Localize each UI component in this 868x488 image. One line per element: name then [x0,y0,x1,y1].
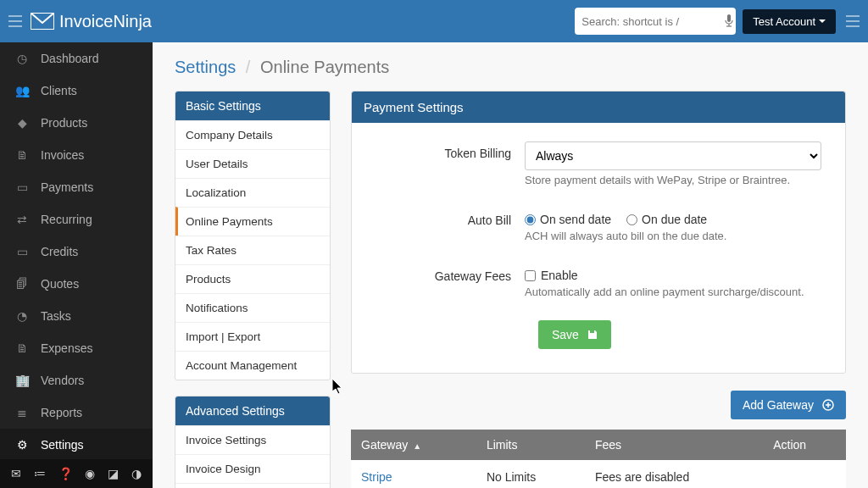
auto-bill-help: ACH will always auto bill on the due dat… [525,230,821,242]
save-button[interactable]: Save [538,320,611,349]
gateway-link[interactable]: Stripe [361,470,392,484]
breadcrumb-page: Online Payments [260,58,389,76]
gateway-fees-label: Gateway Fees [376,264,525,283]
github-icon[interactable]: ◑ [131,467,142,480]
setting-invoice-settings[interactable]: Invoice Settings [175,425,330,454]
add-gateway-button[interactable]: Add Gateway [731,391,846,419]
main-content: Settings / Online Payments Basic Setting… [153,42,868,488]
file-icon: 🗎 [15,148,29,162]
sidebar-item-tasks[interactable]: ◔Tasks [0,300,153,332]
gw-th-action[interactable]: Action [763,430,846,460]
payment-settings-header: Payment Settings [352,92,845,123]
add-gateway-label: Add Gateway [743,398,814,412]
tachometer-icon: ◷ [15,52,29,65]
brand-name-1: Invoice [59,12,113,31]
sidebar-item-quotes[interactable]: 🗐Quotes [0,268,153,300]
setting-client-portal[interactable]: Client Portal [175,483,330,488]
svg-rect-1 [727,14,731,22]
sidebar-footer: ✉ ≔ ❓ ◉ ◪ ◑ [0,459,153,488]
gateway-table: Gateway▲ Limits Fees Action Stripe No Li… [351,430,846,488]
sidebar-item-invoices[interactable]: 🗎Invoices [0,139,153,171]
caret-down-icon [819,19,826,23]
gateway-fees-help: Automatically add an online payment surc… [525,286,821,298]
question-icon[interactable]: ❓ [58,467,73,480]
setting-localization[interactable]: Localization [175,178,330,207]
sidebar-item-dashboard[interactable]: ◷Dashboard [0,42,153,75]
save-label: Save [552,328,579,341]
setting-tax-rates[interactable]: Tax Rates [175,236,330,264]
microphone-icon[interactable] [724,14,734,28]
setting-user-details[interactable]: User Details [175,149,330,178]
floppy-icon [587,330,598,340]
auto-bill-label: Auto Bill [376,208,525,227]
token-billing-help: Store payment details with WePay, Stripe… [525,174,821,186]
cube-icon: ◆ [15,116,29,130]
sidebar-item-products[interactable]: ◆Products [0,107,153,139]
brand-name-2: Ninja [113,12,152,31]
gateway-fees-enable[interactable]: Enable [525,269,821,282]
search-input-wrapper[interactable] [575,8,736,35]
setting-products[interactable]: Products [175,264,330,293]
clock-icon: ◔ [15,309,29,323]
gateway-fees-checkbox[interactable] [525,270,536,281]
sidebar-item-payments[interactable]: ▭Payments [0,171,153,203]
gateway-fees-cell: Fees are disabled [585,460,763,488]
gateway-limits-cell: No Limits [476,460,585,488]
list-icon: ≣ [15,406,29,419]
breadcrumb: Settings / Online Payments [175,58,846,77]
envelope-icon [31,13,54,30]
sort-asc-icon: ▲ [413,441,421,451]
users-icon: 👥 [15,84,29,97]
basic-settings-header: Basic Settings [175,92,330,120]
table-row[interactable]: Stripe No Limits Fees are disabled [351,460,846,488]
gear-icon: ⚙ [15,438,29,452]
setting-company-details[interactable]: Company Details [175,120,330,149]
setting-import-export[interactable]: Import | Export [175,322,330,351]
account-label: Test Account [753,15,815,28]
gateway-action-cell [763,460,846,488]
building-icon: 🏢 [15,374,29,387]
sidebar-item-reports[interactable]: ≣Reports [0,396,153,429]
auto-bill-on-send-date[interactable]: On send date [525,213,611,226]
token-billing-select[interactable]: Always [525,141,821,170]
gw-th-fees[interactable]: Fees [585,430,763,460]
auto-bill-on-due-date[interactable]: On due date [626,213,707,226]
list-ol-icon[interactable]: ≔ [34,467,46,480]
token-billing-label: Token Billing [376,141,525,160]
setting-account-management[interactable]: Account Management [175,351,330,380]
credit-card-alt-icon: ▭ [15,245,29,258]
setting-notifications[interactable]: Notifications [175,293,330,322]
exchange-icon: ⇄ [15,213,29,226]
auto-bill-radio-send[interactable] [525,214,536,225]
setting-invoice-design[interactable]: Invoice Design [175,454,330,483]
advanced-settings-panel: Advanced Settings Invoice Settings Invoi… [175,396,331,488]
gw-th-limits[interactable]: Limits [476,430,585,460]
credit-card-icon: ▭ [15,180,29,194]
plus-circle-icon [822,399,834,411]
payment-settings-panel: Payment Settings Token Billing Always St… [351,91,846,374]
sidebar-item-settings[interactable]: ⚙Settings [0,429,153,459]
auto-bill-radio-due[interactable] [626,214,637,225]
breadcrumb-root[interactable]: Settings [175,58,236,76]
sidebar-item-credits[interactable]: ▭Credits [0,236,153,268]
envelope-icon[interactable]: ✉ [11,467,21,480]
hamburger-icon[interactable] [8,15,25,27]
sidebar: ◷Dashboard 👥Clients ◆Products 🗎Invoices … [0,42,153,488]
file-text-icon: 🗐 [15,277,29,291]
file-alt-icon: 🗎 [15,341,29,355]
sidebar-item-recurring[interactable]: ⇄Recurring [0,203,153,236]
advanced-settings-header: Advanced Settings [175,396,330,425]
right-hamburger-icon[interactable] [846,15,860,27]
basic-settings-panel: Basic Settings Company Details User Deta… [175,91,331,380]
sidebar-item-expenses[interactable]: 🗎Expenses [0,332,153,364]
account-dropdown-button[interactable]: Test Account [743,9,836,34]
sidebar-item-vendors[interactable]: 🏢Vendors [0,364,153,396]
topbar: InvoiceNinja Test Account [0,0,868,42]
logo[interactable]: InvoiceNinja [31,12,152,31]
search-input[interactable] [581,15,724,28]
twitter-icon[interactable]: ◪ [108,467,119,480]
gw-th-gateway[interactable]: Gateway▲ [351,430,476,460]
setting-online-payments[interactable]: Online Payments [175,207,330,236]
sidebar-item-clients[interactable]: 👥Clients [0,75,153,107]
facebook-icon[interactable]: ◉ [85,467,95,480]
